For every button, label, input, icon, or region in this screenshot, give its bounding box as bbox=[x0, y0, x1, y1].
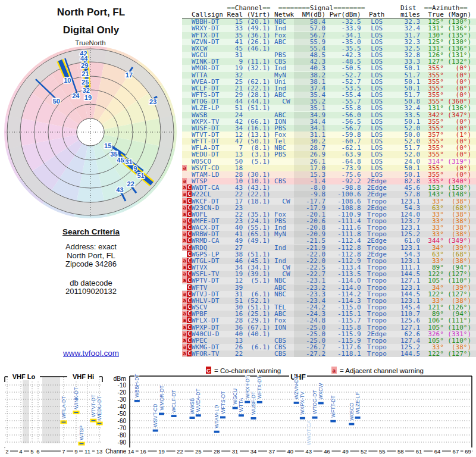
cochannel-warning-badge: C bbox=[187, 231, 192, 237]
cochannel-warning-badge: C bbox=[187, 298, 192, 303]
adjacent-warning-badge: a bbox=[182, 178, 187, 184]
channel-tick-label: 69 bbox=[465, 448, 471, 455]
adjacent-warning-badge: a bbox=[182, 237, 187, 243]
radar-channel-label: 50 bbox=[53, 98, 60, 105]
cochannel-warning-badge: C bbox=[187, 284, 192, 290]
dbm-tick-label: -50 bbox=[118, 411, 127, 417]
bar-callsign-label: WFTT-DT bbox=[330, 396, 336, 418]
channel-tick-label: 40 bbox=[287, 448, 294, 455]
location-title: North Port, FL bbox=[0, 4, 182, 21]
cochannel-warning-badge: C bbox=[187, 304, 192, 310]
bar-callsign-label: WMOR-DT bbox=[159, 386, 165, 411]
cochannel-warning-badge: C bbox=[187, 311, 192, 317]
signal-bar bbox=[330, 420, 336, 422]
tvfool-link[interactable]: www.tvfool.com bbox=[63, 349, 119, 358]
cochannel-legend-sym: C bbox=[206, 367, 211, 374]
signal-bar-charts: -10-20-30-40-50-60-70-80-90VHF LoVHF Hid… bbox=[0, 357, 476, 457]
signal-bar bbox=[159, 413, 164, 415]
cochannel-warning-badge: C bbox=[187, 337, 192, 343]
channel-tick-label: 28 bbox=[214, 448, 220, 455]
channel-tick-label: 11 bbox=[84, 448, 90, 455]
radar-channel-label: 31 bbox=[125, 158, 132, 165]
radar-channel-label: 29 bbox=[81, 62, 88, 69]
radar-plot: 424429212532192410501723153545319512243T… bbox=[0, 35, 184, 226]
bar-callsign-label: WEDU-DT bbox=[96, 396, 102, 420]
signal-bar bbox=[294, 402, 299, 404]
bar-callsign-label: WFTS-DT bbox=[220, 391, 226, 414]
radar-channel-label: 23 bbox=[149, 98, 156, 105]
channel-tick-label: 6 bbox=[36, 448, 39, 455]
adjacent-warning-badge: a bbox=[182, 258, 187, 264]
adjacent-warning-badge: a bbox=[182, 311, 187, 317]
table-row: WMOR-DT19(32.1) Ind40.3-50.5LOS50.1355°(… bbox=[182, 65, 476, 71]
cochannel-warning-badge: C bbox=[187, 211, 192, 217]
spectrum-gap-band bbox=[42, 377, 60, 443]
cochannel-legend-text: = Co-channel warning bbox=[214, 367, 281, 374]
table-row: aCWKCF-DT17(18.1) CW-17.7-108.6Tropo123.… bbox=[182, 198, 476, 205]
adjacent-warning-badge: a bbox=[182, 277, 187, 283]
adjacent-warning-badge: a bbox=[182, 231, 187, 237]
adjacent-warning-badge: a bbox=[182, 271, 187, 277]
db-datecode: db datecode 201109020132 bbox=[0, 279, 182, 296]
signal-bar bbox=[355, 417, 361, 419]
bar-callsign-label: WRXY-DT bbox=[245, 375, 250, 399]
adjacent-warning-badge: a bbox=[182, 245, 187, 251]
warning-badge-spacer bbox=[182, 284, 187, 290]
bar-callsign-label: WVEA-DT bbox=[195, 389, 201, 412]
cochannel-warning-badge: C bbox=[187, 331, 192, 337]
adjacent-warning-badge: a bbox=[182, 304, 187, 310]
signal-bar bbox=[300, 417, 305, 420]
table-row: aCWRMD-CA49(49.1)-21.5-112.42Edge61.0344… bbox=[182, 237, 476, 244]
signal-bar bbox=[312, 417, 318, 419]
cochannel-warning-badge: C bbox=[187, 245, 192, 251]
cochannel-warning-badge: C bbox=[187, 258, 192, 264]
channel-tick-label: 19 bbox=[158, 448, 165, 455]
table-row: aCW22CL22(22.1)-9.8-100.62Edge57.8143°(1… bbox=[182, 191, 476, 198]
adjacent-warning-badge: a bbox=[182, 344, 187, 350]
search-zipcode: Zipcode 34286 bbox=[0, 260, 182, 269]
adjacent-warning-badge: a bbox=[182, 205, 187, 211]
radar-channel-label: 9 bbox=[133, 165, 137, 172]
bar-callsign-label: WCLF-DT bbox=[171, 390, 177, 412]
channel-tick-label: Channel bbox=[105, 448, 127, 455]
channel-tick-label: 58 bbox=[397, 448, 404, 455]
radar-channel-label: 15 bbox=[104, 142, 111, 149]
radar-channel-label: 45 bbox=[117, 156, 124, 164]
table-row: aCWFLX-DT28(29.1) Fox-24.8-115.7Tropo125… bbox=[182, 317, 476, 324]
cochannel-warning-badge: C bbox=[187, 277, 192, 283]
adjacent-warning-badge: a bbox=[182, 224, 187, 230]
adjacent-warning-badge: a bbox=[182, 350, 187, 356]
channel-tick-label: 31 bbox=[232, 448, 239, 455]
signal-bar bbox=[233, 407, 238, 409]
adjacent-legend-sym: a bbox=[333, 367, 336, 374]
search-city: North Port, FL bbox=[0, 252, 182, 261]
signal-bar bbox=[239, 414, 244, 417]
bar-callsign-label: WXCW bbox=[318, 383, 324, 400]
table-row: WWSB24 ABC34.9-56.0LOS33.5342°(347°) bbox=[182, 112, 476, 118]
bar-callsign-label: WZVN-DT bbox=[293, 376, 299, 399]
radar-channel-label: 32 bbox=[83, 87, 90, 94]
cochannel-warning-badge: C bbox=[187, 264, 192, 270]
bar-callsign-label: WFLA-DT bbox=[61, 396, 67, 419]
dbm-tick-label: -80 bbox=[118, 432, 127, 439]
signal-bar bbox=[171, 415, 177, 417]
signal-bar bbox=[349, 423, 354, 425]
cochannel-warning-badge: C bbox=[187, 218, 192, 224]
dbm-tick-label: -40 bbox=[118, 403, 127, 410]
radar-channel-label: 19 bbox=[84, 94, 92, 101]
table-row: aCWPTV-DT12(5.1) NBC-23.1-114.0Tropo127.… bbox=[182, 277, 476, 284]
radar-channel-label: 25 bbox=[82, 79, 89, 86]
channel-tick-label: 64 bbox=[434, 448, 441, 455]
cochannel-warning-badge: C bbox=[187, 291, 192, 297]
dbm-tick-label: -60 bbox=[118, 418, 127, 424]
channel-tick-label: 67 bbox=[453, 448, 459, 455]
signal-bar bbox=[91, 420, 96, 422]
bar-callsign-label: W05CO bbox=[349, 402, 355, 421]
channel-tick-label: 49 bbox=[342, 448, 349, 455]
adjacent-warning-badge: a bbox=[182, 264, 187, 270]
signal-bar bbox=[61, 421, 67, 424]
bar-callsign-label: WWSB bbox=[189, 397, 195, 414]
search-criteria-heading: Search Criteria bbox=[0, 227, 182, 236]
bar-callsign-label: WSVT-CD bbox=[152, 403, 158, 427]
table-row: aCWPXP-DT36(67.1) ION-25.0-115.8Tropo127… bbox=[182, 324, 476, 331]
